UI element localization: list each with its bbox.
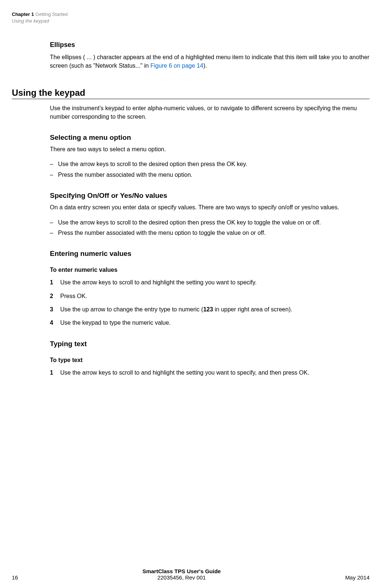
footer-date: May 2014	[345, 574, 370, 581]
text-bold: 123	[203, 306, 213, 312]
text: Use the up arrow to change the entry typ…	[60, 305, 370, 314]
footer-title: SmartClass TPS User's Guide	[142, 568, 221, 574]
dash-icon: –	[50, 160, 58, 168]
heading-ellipses: Ellipses	[50, 41, 370, 49]
subheading-numeric: To enter numeric values	[50, 267, 370, 273]
dash-icon: –	[50, 171, 58, 179]
subheading-typing: To type text	[50, 357, 370, 364]
text: Use the keypad to type the numeric value…	[60, 319, 370, 327]
list-item: – Use the arrow keys to scroll to the de…	[50, 160, 370, 168]
step-number: 4	[50, 319, 60, 327]
para-ellipses: The ellipses ( ... ) character appears a…	[50, 53, 370, 70]
text: Use the up arrow to change the entry typ…	[60, 306, 203, 312]
list-onoff: – Use the arrow keys to scroll to the de…	[50, 219, 370, 237]
text: The ellipses ( ... ) character appears a…	[50, 54, 369, 68]
step-number: 1	[50, 278, 60, 287]
text: in upper right area of screen).	[213, 306, 292, 312]
dash-icon: –	[50, 219, 58, 227]
figure-link[interactable]: Figure 6 on page 14	[150, 62, 203, 69]
para-intro: Use the instrument's keypad to enter alp…	[50, 104, 370, 121]
dash-icon: –	[50, 229, 58, 237]
heading-onoff: Specifying On/Off or Yes/No values	[50, 192, 370, 200]
heading-numeric: Entering numeric values	[50, 250, 370, 258]
para-onoff: On a data entry screen you enter data or…	[50, 203, 370, 212]
para-select: There are two ways to select a menu opti…	[50, 145, 370, 153]
heading-using-keypad: Using the keypad	[12, 88, 370, 99]
list-numeric: 1 Use the arrow keys to scroll to and hi…	[50, 278, 370, 327]
text: Use the arrow keys to scroll to the desi…	[58, 160, 370, 168]
list-item: – Press the number associated with the m…	[50, 171, 370, 179]
heading-selecting: Selecting a menu option	[50, 134, 370, 142]
text: Use the arrow keys to scroll to and high…	[60, 278, 370, 287]
list-item: 1 Use the arrow keys to scroll to and hi…	[50, 278, 370, 287]
list-item: – Use the arrow keys to scroll to the de…	[50, 219, 370, 227]
text: Press the number associated with the men…	[58, 171, 370, 179]
footer-center: SmartClass TPS User's Guide 22035456, Re…	[142, 568, 221, 581]
text: ).	[203, 62, 207, 69]
page-footer: 16 SmartClass TPS User's Guide 22035456,…	[12, 568, 370, 581]
step-number: 2	[50, 292, 60, 300]
text: Use the arrow keys to scroll to and high…	[60, 369, 370, 377]
list-typing: 1 Use the arrow keys to scroll to and hi…	[50, 369, 370, 377]
list-item: 1 Use the arrow keys to scroll to and hi…	[50, 369, 370, 377]
footer-rev: 22035456, Rev 001	[142, 574, 221, 581]
page-number: 16	[12, 574, 18, 581]
list-item: 2 Press OK.	[50, 292, 370, 300]
list-item: 4 Use the keypad to type the numeric val…	[50, 319, 370, 327]
text: Press OK.	[60, 292, 370, 300]
list-select: – Use the arrow keys to scroll to the de…	[50, 160, 370, 179]
list-item: 3 Use the up arrow to change the entry t…	[50, 305, 370, 314]
list-item: – Press the number associated with the m…	[50, 229, 370, 237]
heading-typing: Typing text	[50, 340, 370, 348]
text: Use the arrow keys to scroll to the desi…	[58, 219, 370, 227]
text: Press the number associated with the men…	[58, 229, 370, 237]
step-number: 3	[50, 305, 60, 314]
step-number: 1	[50, 369, 60, 377]
page-header: Chapter 1 Getting Started Using the keyp…	[12, 11, 370, 24]
chapter-title: Getting Started	[35, 11, 68, 17]
chapter-label: Chapter 1	[12, 11, 34, 17]
header-subtitle: Using the keypad	[12, 18, 370, 24]
